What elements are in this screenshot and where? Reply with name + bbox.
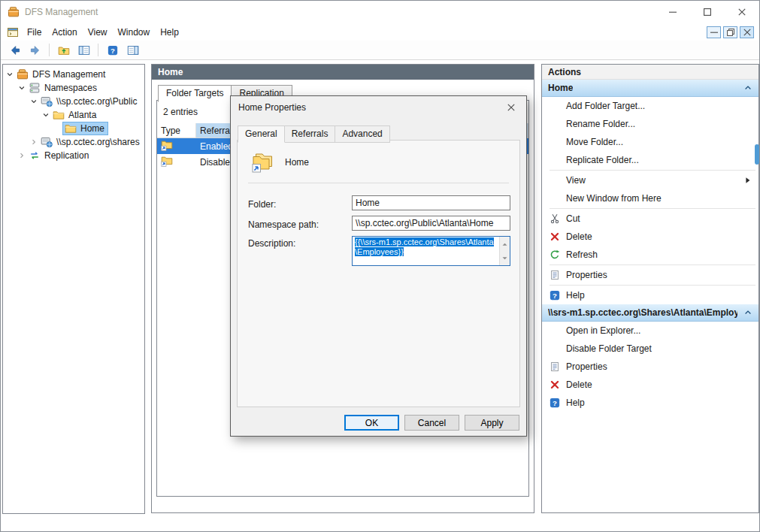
namespace-path-input[interactable]: \\sp.cctec.org\Public\Atlanta\Home xyxy=(352,216,510,231)
action-delete[interactable]: Delete xyxy=(542,376,758,394)
collapse-icon[interactable] xyxy=(17,83,27,93)
column-header-type[interactable]: Type xyxy=(157,123,196,138)
up-folder-button[interactable] xyxy=(54,42,73,59)
collapse-icon[interactable] xyxy=(29,96,39,107)
action-delete[interactable]: Delete xyxy=(542,228,758,246)
menu-window[interactable]: Window xyxy=(113,24,156,41)
action-help[interactable]: ?Help xyxy=(542,394,758,412)
action-properties[interactable]: Properties xyxy=(542,358,758,376)
description-input[interactable]: {{\\srs-m1.sp.cctec.org\Shares\Atlanta\E… xyxy=(352,236,510,266)
action-new-window-from-here[interactable]: New Window from Here xyxy=(542,189,758,207)
tree-item-dfs-management[interactable]: DFS Management xyxy=(3,68,144,81)
collapse-icon[interactable] xyxy=(41,110,51,120)
tree-item-label: Atlanta xyxy=(66,109,98,121)
tree-item-label: Home xyxy=(78,122,107,135)
action-label: Rename Folder... xyxy=(566,119,635,129)
toolbar: ? xyxy=(1,41,759,60)
action-move-folder[interactable]: Move Folder... xyxy=(542,133,758,151)
help-icon: ? xyxy=(548,289,562,301)
properties-icon xyxy=(548,269,562,281)
collapse-icon[interactable] xyxy=(5,69,15,80)
menu-view[interactable]: View xyxy=(83,24,113,41)
close-button[interactable] xyxy=(725,1,759,23)
scroll-down-button[interactable] xyxy=(500,251,510,265)
tab-folder-targets[interactable]: Folder Targets xyxy=(158,85,232,102)
menu-file[interactable]: File xyxy=(22,24,47,41)
action-label: Properties xyxy=(566,361,607,372)
expand-icon[interactable] xyxy=(29,137,39,147)
dialog-tab-general[interactable]: General xyxy=(238,125,285,143)
dialog-tab-advanced[interactable]: Advanced xyxy=(335,125,389,143)
folder-input[interactable]: Home xyxy=(352,195,510,210)
action-label: Replicate Folder... xyxy=(566,155,639,165)
action-add-folder-target[interactable]: Add Folder Target... xyxy=(542,97,758,115)
action-open-in-explorer[interactable]: Open in Explorer... xyxy=(542,322,758,340)
restore-icon xyxy=(727,29,734,36)
tree-item-sp-cctec-org-shares[interactable]: \\sp.cctec.org\shares xyxy=(3,135,144,149)
action-rename-folder[interactable]: Rename Folder... xyxy=(542,115,758,133)
ok-button[interactable]: OK xyxy=(344,415,399,431)
section-header-label: Home xyxy=(548,83,573,93)
help-button[interactable]: ? xyxy=(103,42,122,59)
tree-item-atlanta[interactable]: Atlanta xyxy=(3,108,144,122)
menu-action[interactable]: Action xyxy=(47,24,82,41)
back-icon xyxy=(9,44,21,56)
maximize-button[interactable] xyxy=(690,1,725,23)
action-replicate-folder[interactable]: Replicate Folder... xyxy=(542,151,758,169)
titlebar[interactable]: DFS Management xyxy=(1,1,759,23)
show-console-tree-button[interactable] xyxy=(74,42,93,59)
general-tab-page: Home Folder:HomeNamespace path:\\sp.ccte… xyxy=(237,140,520,407)
show-console-tree-icon xyxy=(78,44,90,56)
actions-section-home[interactable]: Home xyxy=(542,80,758,97)
scroll-up-button[interactable] xyxy=(500,237,510,251)
dialog-close-button[interactable] xyxy=(496,96,526,119)
action-help[interactable]: ?Help xyxy=(542,286,758,304)
tree-item-home[interactable]: Home xyxy=(3,122,144,135)
dialog-fields: Folder:HomeNamespace path:\\sp.cctec.org… xyxy=(238,195,519,266)
action-label: Open in Explorer... xyxy=(566,325,640,336)
svg-text:?: ? xyxy=(111,46,115,54)
tree-item-label: Namespaces xyxy=(42,82,99,94)
apply-button[interactable]: Apply xyxy=(465,415,519,431)
tree-item-namespaces[interactable]: Namespaces xyxy=(3,81,144,95)
folder-icon xyxy=(53,109,65,121)
action-refresh[interactable]: Refresh xyxy=(542,246,758,264)
cancel-button[interactable]: Cancel xyxy=(404,415,459,431)
section-header-label: \\srs-m1.sp.cctec.org\Shares\Atlanta\Emp… xyxy=(548,307,737,318)
results-title: Home xyxy=(158,67,183,77)
scrollbar-thumb[interactable] xyxy=(755,144,759,165)
action-disable-folder-target[interactable]: Disable Folder Target xyxy=(542,340,758,358)
action-label: Properties xyxy=(566,270,607,280)
menu-help[interactable]: Help xyxy=(155,24,184,41)
no-icon xyxy=(548,154,562,166)
action-view[interactable]: View xyxy=(542,171,758,189)
no-icon xyxy=(548,174,562,186)
action-label: Refresh xyxy=(566,249,598,260)
actions-pane: Actions HomeAdd Folder Target...Rename F… xyxy=(541,64,759,513)
expand-icon[interactable] xyxy=(17,150,27,161)
child-minimize-button[interactable] xyxy=(707,26,721,38)
dialog-buttons: OKCancelApply xyxy=(344,415,519,431)
child-close-button[interactable] xyxy=(740,26,754,38)
cut-icon xyxy=(548,213,562,225)
child-restore-button[interactable] xyxy=(723,26,737,38)
no-icon xyxy=(548,100,562,112)
folder-target-icon xyxy=(161,139,173,151)
folder-icon xyxy=(65,122,77,135)
tree-item-content: Atlanta xyxy=(51,109,99,121)
action-cut[interactable]: Cut xyxy=(542,210,758,228)
description-label: Description: xyxy=(248,236,352,249)
back-button[interactable] xyxy=(5,42,24,59)
dialog-tab-referrals[interactable]: Referrals xyxy=(284,125,336,143)
action-label: Move Folder... xyxy=(566,137,623,147)
tree-item-replication[interactable]: Replication xyxy=(3,149,144,162)
minimize-button[interactable] xyxy=(656,1,690,23)
separator xyxy=(248,183,509,183)
actions-section-srs-m1-sp-cctec-org-shares-atlanta-employe[interactable]: \\srs-m1.sp.cctec.org\Shares\Atlanta\Emp… xyxy=(542,304,758,322)
show-action-pane-button[interactable] xyxy=(123,42,142,59)
forward-button[interactable] xyxy=(26,42,44,59)
action-properties[interactable]: Properties xyxy=(542,266,758,284)
tree-item-sp-cctec-org-public[interactable]: \\sp.cctec.org\Public xyxy=(3,95,144,108)
dfs-management-window: DFS Management FileActionViewWindowHelp … xyxy=(0,0,760,532)
dialog-titlebar[interactable]: Home Properties xyxy=(231,96,526,119)
